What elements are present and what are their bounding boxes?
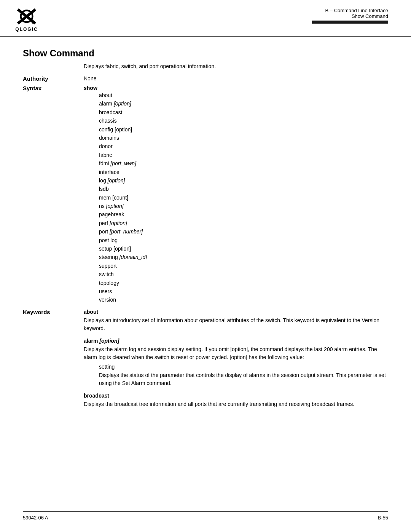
syntax-list-item: alarm [option] <box>84 99 388 108</box>
keyword-desc-broadcast: Displays the broadcast tree information … <box>84 400 388 408</box>
syntax-list-item: steering [domain_id] <box>84 253 388 261</box>
keyword-entry-about: about Displays an introductory set of in… <box>84 309 388 332</box>
page-container: QLOGIC B – Command Line Interface Show C… <box>0 0 411 532</box>
header-right: B – Command Line Interface Show Command <box>312 8 388 24</box>
breadcrumb-line2: Show Command <box>312 13 388 19</box>
syntax-list-item: users <box>84 287 388 296</box>
keyword-entry-alarm: alarm [option] Displays the alarm log an… <box>84 338 388 387</box>
main-content: Show Command Displays fabric, switch, an… <box>0 37 411 432</box>
syntax-row: Syntax show aboutalarm [option]broadcast… <box>23 85 388 304</box>
syntax-list-item: ns [option] <box>84 202 388 210</box>
keyword-title-broadcast: broadcast <box>84 393 388 399</box>
syntax-list-item: config [option] <box>84 125 388 134</box>
header-bar-decoration <box>312 21 388 24</box>
syntax-list-item: switch <box>84 270 388 278</box>
syntax-list-item: chassis <box>84 117 388 125</box>
logo-area: QLOGIC <box>15 8 38 32</box>
syntax-list-item: fdmi [port_wwn] <box>84 159 388 168</box>
syntax-list-item: about <box>84 91 388 99</box>
page-header: QLOGIC B – Command Line Interface Show C… <box>0 0 411 37</box>
keywords-label: Keywords <box>23 309 84 414</box>
syntax-list-item: perf [option] <box>84 219 388 227</box>
page-title: Show Command <box>23 48 388 59</box>
breadcrumb-line1: B – Command Line Interface <box>312 8 388 13</box>
syntax-list-item: port [port_number] <box>84 227 388 236</box>
page-description: Displays fabric, switch, and port operat… <box>84 63 388 69</box>
keyword-sub-title-setting: setting <box>99 364 388 370</box>
syntax-list-item: pagebreak <box>84 210 388 219</box>
authority-value: None <box>84 75 388 82</box>
syntax-label: Syntax <box>23 85 84 304</box>
syntax-list-item: fabric <box>84 151 388 159</box>
footer-right: B-55 <box>378 515 388 521</box>
syntax-list-item: log [option] <box>84 176 388 185</box>
syntax-list-item: interface <box>84 168 388 176</box>
syntax-content: show aboutalarm [option]broadcastchassis… <box>84 85 388 304</box>
logo-text: QLOGIC <box>15 27 38 32</box>
syntax-list-item: setup [option] <box>84 244 388 253</box>
syntax-command: show <box>84 85 388 91</box>
syntax-list: aboutalarm [option]broadcastchassisconfi… <box>84 91 388 304</box>
syntax-list-item: support <box>84 262 388 270</box>
syntax-list-item: version <box>84 296 388 304</box>
keyword-title-about: about <box>84 309 388 315</box>
syntax-list-item: post log <box>84 236 388 244</box>
keyword-sub-alarm: setting Displays the status of the param… <box>99 364 388 387</box>
footer-left: 59042-06 A <box>23 515 48 521</box>
syntax-list-item: lsdb <box>84 185 388 193</box>
keyword-desc-about: Displays an introductory set of informat… <box>84 316 388 332</box>
keywords-row: Keywords about Displays an introductory … <box>23 309 388 414</box>
syntax-list-item: broadcast <box>84 108 388 117</box>
syntax-list-item: topology <box>84 279 388 287</box>
syntax-list-item: domains <box>84 134 388 142</box>
keyword-entry-broadcast: broadcast Displays the broadcast tree in… <box>84 393 388 408</box>
keyword-desc-alarm: Displays the alarm log and session displ… <box>84 345 388 361</box>
page-footer: 59042-06 A B-55 <box>23 511 388 521</box>
syntax-list-item: mem [count] <box>84 193 388 202</box>
authority-label: Authority <box>23 75 84 82</box>
keyword-sub-desc-setting: Displays the status of the parameter tha… <box>99 371 388 387</box>
authority-row: Authority None <box>23 75 388 82</box>
syntax-list-item: donor <box>84 142 388 150</box>
qlogic-logo-icon <box>15 8 38 26</box>
keywords-content: about Displays an introductory set of in… <box>84 309 388 414</box>
keyword-title-alarm: alarm [option] <box>84 338 388 344</box>
